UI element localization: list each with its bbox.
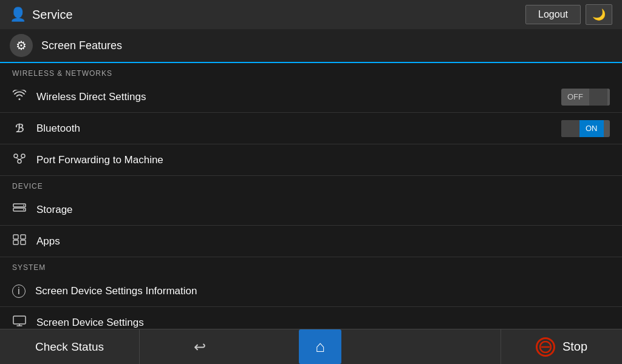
check-status-button[interactable]: Check Status xyxy=(0,329,140,364)
wireless-direct-label: Wireless Direct Settings xyxy=(36,91,146,103)
bluetooth-toggle[interactable]: ON xyxy=(561,120,610,137)
screen-features-label: Screen Features xyxy=(41,39,122,52)
back-icon: ↩ xyxy=(194,339,206,356)
svg-point-1 xyxy=(21,154,25,158)
stop-label: Stop xyxy=(562,340,587,354)
bluetooth-left: ℬ Bluetooth xyxy=(12,122,80,135)
svg-point-7 xyxy=(23,205,24,206)
wireless-direct-settings-item[interactable]: Wireless Direct Settings OFF xyxy=(0,81,622,113)
wireless-direct-toggle[interactable]: OFF xyxy=(561,89,610,106)
svg-rect-12 xyxy=(21,240,26,244)
bottom-bar: Check Status ↩ ⌂ Stop xyxy=(0,329,622,364)
gear-icon: ⚙ xyxy=(16,38,27,53)
apps-item[interactable]: Apps xyxy=(0,226,622,257)
gear-icon-circle: ⚙ xyxy=(10,34,33,57)
svg-rect-11 xyxy=(21,235,26,239)
port-forwarding-item[interactable]: Port Forwarding to Machine xyxy=(0,144,622,176)
svg-point-2 xyxy=(18,160,21,163)
section-header-device: DEVICE xyxy=(0,176,622,194)
apps-left: Apps xyxy=(12,234,60,248)
wifi-icon xyxy=(12,90,27,104)
person-icon: 👤 xyxy=(10,7,26,22)
storage-item[interactable]: Storage xyxy=(0,194,622,226)
svg-point-0 xyxy=(14,154,18,158)
header-left: 👤 Service xyxy=(10,7,73,22)
screen-device-settings-left: Screen Device Settings xyxy=(12,315,144,329)
header: 👤 Service Logout 🌙 xyxy=(0,0,622,29)
screen-device-settings-label: Screen Device Settings xyxy=(36,317,144,329)
storage-icon xyxy=(12,203,27,217)
app-title: Service xyxy=(32,8,73,22)
apps-icon xyxy=(12,234,27,248)
section-header-wireless: WIRELESS & NETWORKS xyxy=(0,63,622,81)
screen-features-bar: ⚙ Screen Features xyxy=(0,29,622,63)
svg-line-4 xyxy=(19,158,23,160)
bluetooth-toggle-label: ON xyxy=(579,120,604,137)
wireless-direct-toggle-label: OFF xyxy=(561,89,589,106)
screen-device-settings-item[interactable]: Screen Device Settings xyxy=(0,307,622,329)
screen-device-info-item[interactable]: i Screen Device Settings Information xyxy=(0,275,622,307)
bluetooth-icon: ℬ xyxy=(12,122,27,135)
svg-rect-13 xyxy=(13,316,26,324)
wireless-direct-left: Wireless Direct Settings xyxy=(12,90,146,104)
home-icon: ⌂ xyxy=(315,337,325,356)
svg-line-3 xyxy=(16,158,19,160)
moon-icon: 🌙 xyxy=(592,8,606,21)
toggle-thumb-on xyxy=(561,120,579,137)
port-icon xyxy=(12,153,27,167)
bluetooth-item[interactable]: ℬ Bluetooth ON xyxy=(0,113,622,144)
logout-button[interactable]: Logout xyxy=(525,5,581,24)
home-button[interactable]: ⌂ xyxy=(299,329,341,364)
bottom-nav: ↩ ⌂ xyxy=(140,329,501,364)
monitor-icon xyxy=(12,315,27,329)
storage-left: Storage xyxy=(12,203,73,217)
section-header-system: SYSTEM xyxy=(0,257,622,275)
svg-point-8 xyxy=(23,209,24,211)
stop-icon xyxy=(536,337,555,357)
toggle-thumb-off xyxy=(589,89,607,106)
screen-device-info-left: i Screen Device Settings Information xyxy=(12,285,197,298)
screen-device-info-label: Screen Device Settings Information xyxy=(35,285,197,297)
apps-label: Apps xyxy=(36,235,60,248)
info-icon: i xyxy=(12,285,26,298)
back-button[interactable]: ↩ xyxy=(179,329,221,364)
dark-mode-button[interactable]: 🌙 xyxy=(586,4,612,25)
storage-label: Storage xyxy=(36,204,73,216)
placeholder-nav xyxy=(419,329,462,364)
svg-rect-9 xyxy=(13,235,18,239)
check-status-label: Check Status xyxy=(35,340,104,354)
header-right: Logout 🌙 xyxy=(525,4,612,25)
port-forwarding-label: Port Forwarding to Machine xyxy=(36,154,163,166)
svg-rect-10 xyxy=(13,240,18,244)
stop-button[interactable]: Stop xyxy=(501,329,622,364)
settings-content: WIRELESS & NETWORKS Wireless Direct Sett… xyxy=(0,63,622,329)
port-forwarding-left: Port Forwarding to Machine xyxy=(12,153,163,167)
bluetooth-label: Bluetooth xyxy=(36,123,80,135)
